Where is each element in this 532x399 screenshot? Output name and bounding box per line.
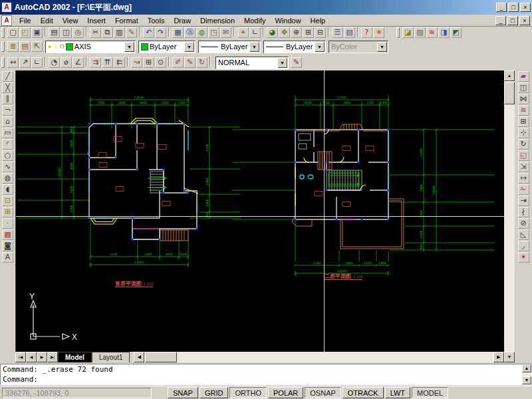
status-lwt-button[interactable]: LWT: [385, 387, 410, 398]
scroll-right-button[interactable]: ▶: [493, 352, 504, 362]
menu-format[interactable]: Format: [110, 15, 143, 26]
dimension-edit-button[interactable]: ✐: [172, 57, 184, 68]
command-scroll-up-button[interactable]: ▲: [522, 364, 531, 372]
spline-button[interactable]: ∿: [2, 162, 13, 172]
rotate-button[interactable]: ↻: [518, 139, 529, 150]
window-restore-button[interactable]: □: [508, 3, 519, 12]
menu-insert[interactable]: Insert: [82, 15, 110, 26]
layer-combo[interactable]: ● ☼ ⊓ AXIS ▼: [45, 41, 136, 53]
vertical-scrollbar[interactable]: ▲ ▼: [504, 70, 515, 362]
status-ortho-button[interactable]: ORTHO: [229, 387, 267, 398]
properties-button[interactable]: ☰: [332, 27, 343, 38]
designcenter-button[interactable]: ▧: [344, 27, 355, 38]
zoom-previous-button[interactable]: ⊟: [315, 27, 326, 38]
tab-layout1[interactable]: Layout1: [92, 352, 130, 362]
status-polar-button[interactable]: POLAR: [268, 387, 303, 398]
region-button[interactable]: ◙: [2, 241, 13, 251]
coordinate-readout[interactable]: 336276, -108793, 0: [2, 388, 152, 398]
command-scrollbar[interactable]: ▲ ▼: [522, 364, 531, 384]
tab-scroll-right-button[interactable]: ▶: [37, 352, 47, 362]
ellipse-button[interactable]: ◍: [2, 173, 13, 184]
command-prompt-line[interactable]: Command:: [3, 374, 521, 384]
array-button[interactable]: ⊞: [518, 116, 529, 127]
aligned-dimension-button[interactable]: ↗: [19, 57, 31, 68]
menu-tools[interactable]: Tools: [143, 15, 170, 26]
3d-orbit-button[interactable]: ◩: [450, 27, 462, 38]
point-button[interactable]: ·: [2, 218, 13, 229]
offset-button[interactable]: ≋: [518, 105, 529, 116]
document-restore-button[interactable]: □: [507, 16, 518, 25]
toolbar-grip[interactable]: [1, 41, 5, 52]
menu-help[interactable]: Help: [306, 15, 331, 26]
status-otrack-button[interactable]: OTRACK: [342, 387, 384, 398]
paste-button[interactable]: ▥: [114, 27, 125, 38]
named-views-button[interactable]: ◨: [438, 27, 450, 38]
chamfer-button[interactable]: ◺: [518, 229, 529, 240]
menu-file[interactable]: File: [15, 15, 36, 26]
status-model-button[interactable]: MODEL: [412, 387, 448, 398]
tab-scroll-last-button[interactable]: ▶|: [47, 352, 58, 362]
ellipse-arc-button[interactable]: ◖: [2, 184, 13, 195]
toolbar-grip[interactable]: [396, 27, 400, 38]
linetype-combo-dropdown[interactable]: ▼: [249, 42, 259, 52]
center-mark-button[interactable]: ⊙: [155, 57, 166, 68]
command-window[interactable]: Command: _.erase 72 found Command: ▲ ▼: [0, 364, 532, 385]
ordinate-dimension-button[interactable]: ∟: [31, 57, 43, 68]
quick-leader-button[interactable]: ↝: [131, 57, 142, 68]
layers-button[interactable]: ▤: [19, 41, 31, 52]
undo-button[interactable]: ↶: [143, 27, 154, 38]
fillet-button[interactable]: ◞: [518, 241, 529, 251]
dim-style-dropdown[interactable]: ▼: [277, 58, 287, 68]
window-close-button[interactable]: ×: [520, 3, 531, 12]
break-button[interactable]: ⊘: [518, 218, 529, 229]
tab-scroll-first-button[interactable]: |◀: [15, 352, 26, 362]
copy-button[interactable]: ⧉: [102, 27, 113, 38]
help-button[interactable]: ?: [361, 27, 372, 38]
toolbar-grip[interactable]: [1, 27, 5, 38]
menu-window[interactable]: Window: [270, 15, 305, 26]
etransmit-button[interactable]: ✉: [220, 27, 231, 38]
arc-button[interactable]: ◜: [2, 139, 13, 150]
menu-draw[interactable]: Draw: [169, 15, 196, 26]
break-at-point-button[interactable]: ∤: [518, 207, 529, 217]
quick-dimension-button[interactable]: ⇉: [90, 57, 101, 68]
redo-button[interactable]: ↷: [155, 27, 166, 38]
scale-button[interactable]: ◱: [518, 150, 529, 161]
horizontal-scroll-thumb[interactable]: [145, 352, 177, 362]
move-button[interactable]: ⊹: [518, 128, 529, 138]
erase-button[interactable]: ▰: [518, 71, 529, 82]
meet-now-button[interactable]: ◍: [196, 27, 207, 38]
status-osnap-button[interactable]: OSNAP: [305, 387, 341, 398]
lineweight-combo[interactable]: ByLayer ▼: [263, 41, 326, 53]
autocad-today-button[interactable]: ▦: [172, 27, 184, 38]
document-close-button[interactable]: ×: [519, 16, 530, 25]
dimension-update-button[interactable]: ↻: [196, 57, 207, 68]
copy-object-button[interactable]: ◫: [518, 82, 529, 93]
baseline-dimension-button[interactable]: ⇈: [102, 57, 113, 68]
line-button[interactable]: ╱: [2, 71, 13, 82]
layer-properties-manager-button[interactable]: ≣: [7, 41, 19, 52]
linear-dimension-button[interactable]: ↔: [7, 57, 19, 68]
scroll-up-button[interactable]: ▲: [504, 70, 515, 81]
menu-edit[interactable]: Edit: [36, 15, 58, 26]
rectangle-button[interactable]: ▭: [2, 128, 13, 138]
horizontal-scrollbar[interactable]: ◀ ▶: [134, 352, 504, 362]
construction-line-button[interactable]: ╳: [2, 82, 13, 93]
draw-order-button[interactable]: ◪: [402, 27, 414, 38]
active-assistance-button[interactable]: ✳: [373, 27, 384, 38]
extend-button[interactable]: ⇥: [518, 196, 529, 206]
print-button[interactable]: ▤: [49, 27, 60, 38]
ucs-button[interactable]: ∟: [249, 27, 261, 38]
circle-button[interactable]: ○: [2, 150, 13, 161]
status-grid-button[interactable]: GRID: [200, 387, 229, 398]
find-button[interactable]: ◎: [72, 27, 84, 38]
insert-block-button[interactable]: ⊡: [2, 196, 13, 206]
window-minimize-button[interactable]: _: [496, 3, 507, 12]
cut-button[interactable]: ✂: [90, 27, 101, 38]
dim-style-combo[interactable]: NORMAL ▼: [215, 57, 289, 69]
new-button[interactable]: ▢: [7, 27, 19, 38]
polygon-button[interactable]: ⌂: [2, 116, 13, 127]
radius-dimension-button[interactable]: ◔: [49, 57, 60, 68]
scroll-down-button[interactable]: ▼: [504, 352, 515, 362]
multiline-button[interactable]: ∥: [2, 94, 13, 104]
